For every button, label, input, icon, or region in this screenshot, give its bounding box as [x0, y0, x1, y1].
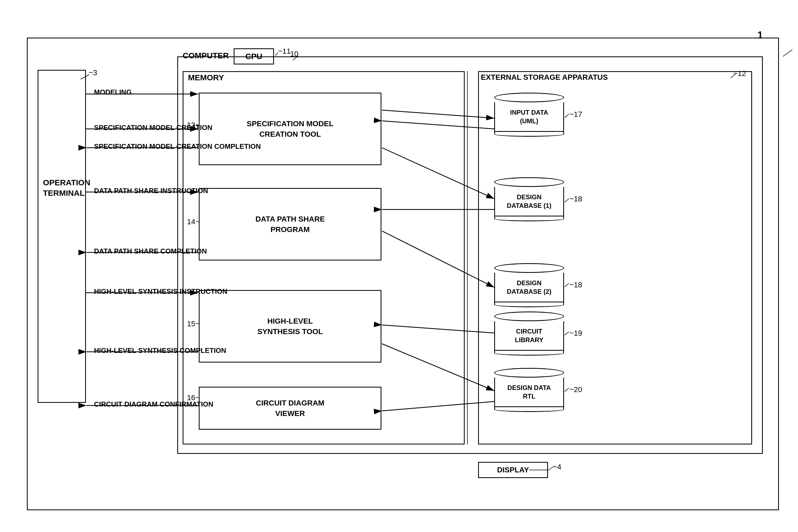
display-box: DISPLAY [478, 462, 548, 478]
cylinder-bottom-db2 [494, 302, 564, 307]
ref-11: ~11 [278, 47, 291, 56]
ref-12: ~12 [733, 69, 746, 78]
circuit-viewer-box: CIRCUIT DIAGRAMVIEWER [199, 387, 381, 430]
circuit-library-cylinder: CIRCUITLIBRARY [494, 311, 564, 356]
design-db1-label: DESIGNDATABASE (1) [494, 187, 564, 216]
cylinder-top-rtl [494, 368, 564, 378]
ref-18a: ~18 [569, 195, 582, 203]
cylinder-bottom-lib [494, 351, 564, 356]
cylinder-top-input [494, 93, 564, 102]
signal-hl-completion: HIGH-LEVEL SYNTHESIS COMPLETION [94, 346, 226, 355]
hl-synth-tool-label: HIGH-LEVELSYNTHESIS TOOL [257, 316, 323, 337]
ref-20: ~20 [569, 385, 582, 394]
spec-model-tool-label: SPECIFICATION MODELCREATION TOOL [247, 118, 333, 139]
data-path-tool-box: DATA PATH SHAREPROGRAM [199, 188, 381, 261]
cylinder-top-db2 [494, 263, 564, 273]
cylinder-bottom-input [494, 132, 564, 137]
signal-dp-instruction: DATA PATH SHARE INSTRUCTION [94, 187, 208, 195]
ref-19: ~19 [569, 329, 582, 338]
memory-label: MEMORY [188, 73, 224, 82]
cylinder-bottom-db1 [494, 216, 564, 221]
data-path-tool-label: DATA PATH SHAREPROGRAM [255, 214, 325, 235]
ref-17: ~17 [569, 110, 582, 119]
signal-dp-completion: DATA PATH SHARE COMPLETION [94, 247, 207, 255]
circuit-library-label: CIRCUITLIBRARY [494, 321, 564, 351]
signal-spec-completion: SPECIFICATION MODEL CREATION COMPLETION [94, 142, 261, 151]
cylinder-bottom-rtl [494, 407, 564, 412]
input-data-label: INPUT DATA(UML) [494, 102, 564, 132]
operation-terminal-label: OPERATIONTERMINAL [43, 177, 80, 198]
input-data-cylinder: INPUT DATA(UML) [494, 93, 564, 137]
cylinder-top-lib [494, 311, 564, 321]
svg-line-2 [783, 50, 792, 56]
signal-spec-creation: SPECIFICATION MODEL CREATION [94, 124, 212, 132]
circuit-viewer-label: CIRCUIT DIAGRAMVIEWER [256, 398, 324, 419]
design-db2-cylinder: DESIGNDATABASE (2) [494, 263, 564, 307]
ext-storage-label: EXTERNAL STORAGE APPARATUS [481, 73, 608, 82]
design-rtl-cylinder: DESIGN DATARTL [494, 368, 564, 412]
design-db1-cylinder: DESIGNDATABASE (1) [494, 177, 564, 221]
diagram-container: 1 OPERATIONTERMINAL ~3 COMPUTER 10 CPU ~… [16, 21, 784, 521]
operation-terminal-box [38, 70, 86, 403]
design-db2-label: DESIGNDATABASE (2) [494, 273, 564, 302]
computer-label: COMPUTER [183, 51, 229, 60]
ref-14: 14~ [187, 217, 200, 226]
ref-4: ~4 [553, 463, 562, 471]
ref-10: 10 [290, 50, 299, 58]
ref-15: 15~ [187, 320, 200, 328]
spec-model-tool-box: SPECIFICATION MODELCREATION TOOL [199, 93, 381, 165]
design-rtl-label: DESIGN DATARTL [494, 378, 564, 407]
signal-modeling: MODELING [94, 88, 132, 96]
cpu-box: CPU [234, 48, 274, 64]
cpu-label: CPU [245, 52, 262, 61]
signal-hl-instruction: HIGH-LEVEL SYNTHESIS INSTRUCTION [94, 287, 227, 296]
cylinder-top-db1 [494, 177, 564, 187]
signal-circuit-confirm: CIRCUIT DIAGRAM CONFIRMATION [94, 400, 213, 408]
ref-3: ~3 [89, 69, 97, 77]
ref-18b: ~18 [569, 281, 582, 289]
